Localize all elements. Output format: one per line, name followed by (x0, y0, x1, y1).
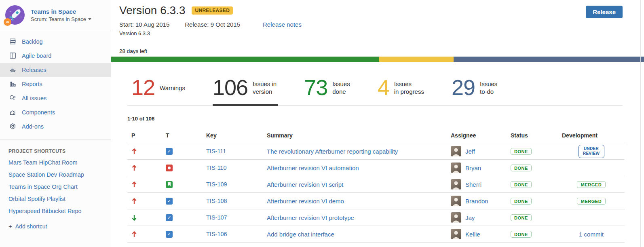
progress-in-progress-segment (379, 57, 454, 62)
stat-issues-done[interactable]: 73 Issues done (304, 70, 350, 105)
stat-issues-in-progress[interactable]: 4 Issues in progress (378, 70, 424, 105)
release-notes-link[interactable]: Release notes (263, 21, 302, 28)
start-date: Start: 10 Aug 2015 (119, 21, 169, 28)
release-progress-bar (111, 57, 644, 62)
column-header-summary: Summary (263, 132, 447, 139)
stat-label: Issues in version (253, 79, 277, 96)
issue-key-link[interactable]: TIS-111 (206, 148, 226, 154)
development-status[interactable]: MERGED (577, 198, 606, 205)
project-name: Teams in Space (31, 8, 91, 16)
table-header-row: P T Key Summary Assignee Status Developm… (127, 128, 625, 143)
status-badge: DONE (511, 148, 532, 155)
assignee-link[interactable]: Jeff (465, 148, 475, 155)
priority-up-icon (127, 148, 162, 155)
status-badge: DONE (511, 214, 532, 221)
table-row: TIS-107 Afterburner revision VI prototyp… (127, 209, 625, 226)
sidebar-item-label: All issues (22, 95, 46, 101)
scrollbar[interactable] (640, 0, 641, 247)
shortcut-link-org-chart[interactable]: Teams in Space Org Chart (0, 181, 111, 193)
stat-label: Issues to-do (480, 79, 497, 96)
development-cell[interactable]: UNDER REVIEW (558, 145, 625, 158)
issue-summary-link[interactable]: Afterburner revision VI prototype (267, 214, 354, 221)
development-status[interactable]: UNDER REVIEW (579, 145, 604, 158)
assignee-avatar (451, 146, 461, 156)
stat-label: Warnings (160, 83, 185, 92)
status-badge: DONE (511, 165, 532, 171)
search-icon (8, 94, 17, 102)
priority-up-icon (127, 231, 162, 238)
issue-summary-link[interactable]: Afterburner revision VI demo (267, 198, 344, 205)
add-shortcut-button[interactable]: + Add shortcut (0, 217, 111, 230)
sidebar-item-all-issues[interactable]: All issues (0, 91, 111, 105)
status-badge: DONE (511, 198, 532, 205)
puzzle-icon (8, 108, 17, 116)
backlog-icon (8, 38, 17, 46)
issue-key-link[interactable]: TIS-106 (206, 231, 227, 237)
sidebar-item-label: Releases (22, 67, 46, 73)
stat-issues-in-version[interactable]: 106 Issues in version (213, 70, 277, 105)
issue-count-label: 1-10 of 106 (127, 116, 644, 122)
stat-label: Issues done (332, 79, 350, 96)
project-sidebar: Teams in Space Scrum: Teams in Space Bac… (0, 0, 111, 247)
issues-table: P T Key Summary Assignee Status Developm… (127, 128, 625, 243)
assignee-link[interactable]: Brandon (465, 198, 488, 205)
assignee-link[interactable]: Sherri (465, 181, 481, 188)
sidebar-item-agile-board[interactable]: Agile board (0, 49, 111, 63)
project-shortcuts-heading: PROJECT SHORTCUTS (0, 139, 111, 156)
stat-warnings[interactable]: 12 Warnings (131, 70, 185, 105)
shortcut-link-playlist[interactable]: Orbital Spotify Playlist (0, 193, 111, 205)
issue-type-icon (166, 148, 173, 155)
issue-key-link[interactable]: TIS-107 (206, 214, 227, 221)
issue-type-icon (166, 214, 173, 221)
release-main: Version 6.3.3 UNRELEASED Release Start: … (111, 0, 644, 247)
stat-issues-todo[interactable]: 29 Issues to-do (452, 70, 497, 105)
code-badge-icon (4, 18, 11, 26)
development-status[interactable]: 1 commit (579, 231, 604, 238)
issue-key-link[interactable]: TIS-109 (206, 181, 227, 188)
development-cell[interactable]: 1 commit (558, 231, 625, 238)
issue-summary-link[interactable]: Afterburner revision VI automation (267, 165, 359, 171)
assignee-avatar (451, 163, 461, 173)
stat-value: 106 (213, 76, 248, 98)
bar-chart-icon (8, 80, 17, 88)
priority-up-icon (127, 198, 162, 205)
release-button[interactable]: Release (586, 6, 623, 18)
issue-summary-link[interactable]: Afterburner revision VI script (267, 181, 343, 188)
addon-icon (8, 122, 17, 131)
column-header-type: T (162, 132, 202, 139)
development-status[interactable]: MERGED (577, 181, 606, 188)
sidebar-item-label: Reports (22, 81, 42, 87)
development-cell[interactable]: MERGED (558, 181, 625, 188)
assignee-link[interactable]: Jay (465, 214, 475, 221)
issue-summary-link[interactable]: Add bridge chat interface (267, 231, 334, 238)
stats-row: 12 Warnings 106 Issues in version 73 Iss… (127, 68, 623, 106)
shortcut-link-hipchat[interactable]: Mars Team HipChat Room (0, 156, 111, 169)
sidebar-item-label: Backlog (22, 38, 43, 45)
assignee-link[interactable]: Kellie (465, 231, 480, 238)
issue-key-link[interactable]: TIS-110 (206, 165, 227, 171)
issue-key-link[interactable]: TIS-108 (206, 198, 227, 204)
ship-icon (8, 66, 17, 74)
assignee-avatar (451, 212, 461, 223)
priority-up-icon (127, 181, 162, 188)
days-left-label: 28 days left (119, 48, 644, 54)
development-cell[interactable]: MERGED (558, 198, 625, 205)
priority-down-icon (127, 214, 162, 221)
column-header-development: Development (558, 132, 625, 139)
assignee-link[interactable]: Bryan (465, 165, 481, 171)
issue-summary-link[interactable]: The revolutionary Afterburner reporting … (267, 148, 398, 155)
shortcut-link-bitbucket[interactable]: Hyperspeed Bitbucket Repo (0, 205, 111, 217)
sidebar-item-reports[interactable]: Reports (0, 77, 111, 91)
sidebar-item-releases[interactable]: Releases (0, 63, 111, 77)
sidebar-item-backlog[interactable]: Backlog (0, 34, 111, 49)
stat-value: 29 (452, 76, 475, 98)
chevron-down-icon (88, 18, 91, 20)
table-row: TIS-110 Afterburner revision VI automati… (127, 160, 625, 176)
board-switcher[interactable]: Scrum: Teams in Space (31, 16, 91, 22)
shortcut-link-roadmap[interactable]: Space Station Dev Roadmap (0, 169, 111, 181)
issue-type-icon (166, 198, 173, 205)
plus-icon: + (8, 223, 12, 230)
sidebar-item-add-ons[interactable]: Add-ons (0, 119, 111, 133)
sidebar-item-components[interactable]: Components (0, 105, 111, 119)
column-header-status: Status (507, 132, 558, 139)
